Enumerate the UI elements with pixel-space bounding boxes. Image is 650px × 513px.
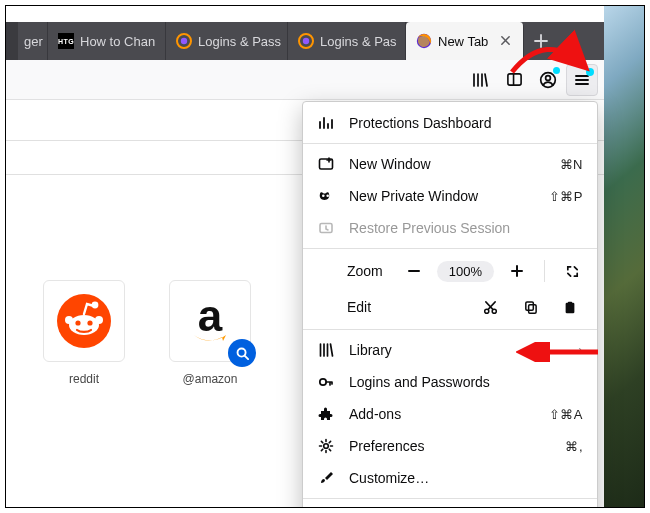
divider bbox=[544, 260, 545, 282]
menu-addons[interactable]: Add-ons ⇧⌘A bbox=[303, 398, 597, 430]
desktop-wallpaper bbox=[604, 6, 644, 507]
svg-point-11 bbox=[65, 316, 73, 324]
menu-label: Library bbox=[349, 342, 564, 358]
notification-dot bbox=[586, 68, 594, 76]
tab-label: Logins & Pas bbox=[320, 34, 397, 49]
restore-icon bbox=[317, 219, 335, 237]
menu-customize[interactable]: Customize… bbox=[303, 462, 597, 494]
htg-favicon: HTG bbox=[58, 33, 74, 49]
tab-label: How to Chan bbox=[80, 34, 155, 49]
paste-button[interactable] bbox=[553, 293, 587, 321]
menu-new-private-window[interactable]: New Private Window ⇧⌘P bbox=[303, 180, 597, 212]
window-controls-clip bbox=[6, 22, 18, 60]
tab-label: Logins & Pass bbox=[198, 34, 281, 49]
search-badge-icon bbox=[228, 339, 256, 367]
app-menu-popover: Protections Dashboard New Window ⌘N New … bbox=[302, 101, 598, 508]
gear-icon bbox=[317, 437, 335, 455]
topsite-label: reddit bbox=[69, 372, 99, 386]
menu-shortcut: ⇧⌘P bbox=[549, 189, 583, 204]
svg-point-20 bbox=[322, 195, 325, 198]
tab-strip: ger HTG How to Chan Logins & Pass Logins… bbox=[6, 22, 604, 60]
menu-open-file[interactable]: Open File… ⌘O bbox=[303, 503, 597, 508]
tab-label: ger bbox=[24, 34, 43, 49]
firefox-logo-icon bbox=[416, 33, 432, 49]
svg-point-14 bbox=[87, 320, 92, 325]
svg-point-3 bbox=[303, 38, 309, 44]
menu-label: Restore Previous Session bbox=[349, 220, 583, 236]
topsite-label: @amazon bbox=[183, 372, 238, 386]
zoom-in-button[interactable] bbox=[502, 257, 532, 285]
tab-logins-1[interactable]: Logins & Pass bbox=[166, 22, 288, 60]
menu-separator bbox=[303, 248, 597, 249]
library-icon bbox=[317, 341, 335, 359]
menu-separator bbox=[303, 143, 597, 144]
key-icon bbox=[317, 373, 335, 391]
fullscreen-button[interactable] bbox=[557, 257, 587, 285]
svg-point-21 bbox=[326, 195, 329, 198]
svg-rect-5 bbox=[507, 74, 520, 85]
account-button[interactable] bbox=[532, 64, 564, 96]
svg-point-15 bbox=[92, 302, 99, 309]
tab-howto[interactable]: HTG How to Chan bbox=[48, 22, 166, 60]
menu-logins-passwords[interactable]: Logins and Passwords bbox=[303, 366, 597, 398]
svg-point-13 bbox=[75, 320, 80, 325]
tab-truncated[interactable]: ger bbox=[18, 22, 48, 60]
svg-point-30 bbox=[324, 444, 329, 449]
topsite-reddit[interactable]: reddit bbox=[36, 280, 132, 386]
library-button[interactable] bbox=[464, 64, 496, 96]
menu-edit-row: Edit bbox=[303, 289, 597, 325]
edit-label: Edit bbox=[313, 299, 467, 315]
menu-shortcut: ⌘, bbox=[565, 439, 583, 454]
sidebar-button[interactable] bbox=[498, 64, 530, 96]
menu-label: Add-ons bbox=[349, 406, 535, 422]
tab-logins-2[interactable]: Logins & Pas bbox=[288, 22, 406, 60]
menu-label: Logins and Passwords bbox=[349, 374, 583, 390]
svg-point-1 bbox=[181, 38, 187, 44]
menu-restore-session: Restore Previous Session bbox=[303, 212, 597, 244]
paintbrush-icon bbox=[317, 469, 335, 487]
tab-label: New Tab bbox=[438, 34, 488, 49]
menu-protections-dashboard[interactable]: Protections Dashboard bbox=[303, 107, 597, 139]
cut-button[interactable] bbox=[473, 293, 507, 321]
menu-label: New Window bbox=[349, 156, 546, 172]
svg-rect-25 bbox=[525, 301, 533, 309]
topsite-thumb bbox=[43, 280, 125, 362]
tab-newtab[interactable]: New Tab bbox=[406, 22, 524, 60]
menu-label: Protections Dashboard bbox=[349, 115, 583, 131]
menu-zoom-row: Zoom 100% bbox=[303, 253, 597, 289]
zoom-out-button[interactable] bbox=[399, 257, 429, 285]
menu-label: New Private Window bbox=[349, 188, 535, 204]
menu-separator bbox=[303, 498, 597, 499]
app-menu-button[interactable] bbox=[566, 64, 598, 96]
menu-separator bbox=[303, 329, 597, 330]
notification-dot bbox=[553, 67, 560, 74]
amazon-icon: a bbox=[180, 291, 240, 351]
menu-label: Customize… bbox=[349, 470, 583, 486]
svg-point-12 bbox=[95, 316, 103, 324]
zoom-label: Zoom bbox=[313, 263, 391, 279]
toolbar bbox=[6, 60, 604, 100]
topsite-amazon[interactable]: a @amazon bbox=[162, 280, 258, 386]
new-window-icon bbox=[317, 155, 335, 173]
zoom-value[interactable]: 100% bbox=[437, 261, 494, 282]
new-tab-button[interactable] bbox=[524, 22, 558, 60]
topsite-thumb: a bbox=[169, 280, 251, 362]
svg-line-18 bbox=[244, 355, 247, 358]
close-tab-icon[interactable] bbox=[500, 34, 511, 49]
menu-label: Preferences bbox=[349, 438, 551, 454]
copy-button[interactable] bbox=[513, 293, 547, 321]
menu-shortcut: ⇧⌘A bbox=[549, 407, 583, 422]
menu-preferences[interactable]: Preferences ⌘, bbox=[303, 430, 597, 462]
menu-library[interactable]: Library › bbox=[303, 334, 597, 366]
puzzle-icon bbox=[317, 405, 335, 423]
firefox-favicon bbox=[298, 33, 314, 49]
svg-rect-28 bbox=[568, 301, 572, 303]
dashboard-icon bbox=[317, 114, 335, 132]
menu-new-window[interactable]: New Window ⌘N bbox=[303, 148, 597, 180]
firefox-favicon bbox=[176, 33, 192, 49]
svg-point-8 bbox=[546, 75, 551, 80]
menu-shortcut: ⌘N bbox=[560, 157, 583, 172]
svg-text:a: a bbox=[198, 291, 223, 340]
chevron-right-icon: › bbox=[578, 342, 583, 358]
svg-rect-26 bbox=[528, 304, 536, 312]
